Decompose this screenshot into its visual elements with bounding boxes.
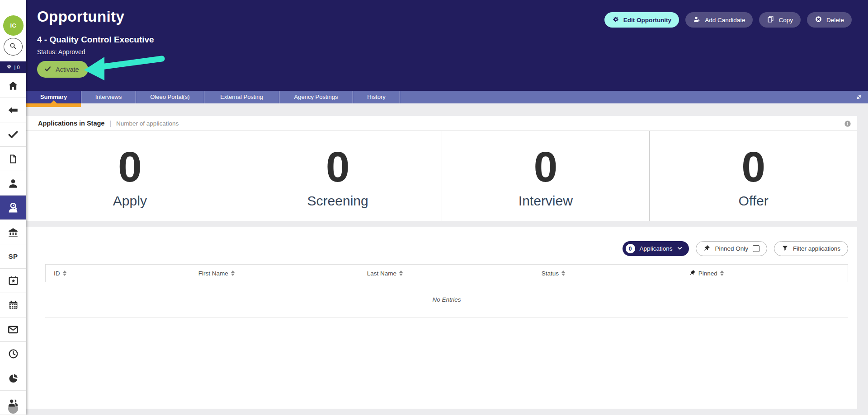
activate-button[interactable]: Activate	[37, 61, 88, 78]
tab-summary[interactable]: Summary	[26, 91, 81, 103]
tab-external-posting-label: External Posting	[220, 93, 263, 100]
sidebar-menu: SP	[0, 73, 26, 415]
delete-button[interactable]: Delete	[807, 12, 852, 28]
tab-interviews[interactable]: Interviews	[81, 91, 136, 103]
sort-arrows-icon	[720, 270, 724, 276]
stat-offer: 0 Offer	[649, 131, 857, 221]
filter-icon	[782, 245, 788, 253]
tab-interviews-label: Interviews	[95, 93, 122, 100]
table-header-row: ID First Name Last Name Status Pi	[45, 264, 848, 282]
pinned-only-toggle[interactable]: Pinned Only	[696, 241, 767, 256]
column-pinned-label: Pinned	[698, 270, 717, 277]
opportunity-name: 4 - Quality Control Executive	[37, 35, 154, 45]
column-header-pinned[interactable]: Pinned	[637, 265, 775, 282]
sidebar-item-history[interactable]	[0, 342, 26, 366]
sidebar-item-events[interactable]	[0, 269, 26, 293]
column-header-spacer	[775, 265, 848, 282]
tab-oleeo-portals[interactable]: Oleeo Portal(s)	[136, 91, 204, 103]
sidebar-item-candidate-search[interactable]	[0, 196, 26, 220]
status-text: Status: Approved	[37, 48, 85, 56]
sidebar-counter-label: | 0	[14, 65, 19, 70]
annotation-arrow	[80, 51, 170, 83]
page-title: Opportunity	[37, 8, 124, 25]
applications-count-badge: 0	[626, 244, 635, 253]
sidebar-item-reports[interactable]	[0, 366, 26, 391]
people-icon	[7, 397, 19, 409]
sidebar-item-home[interactable]	[0, 74, 26, 98]
sort-arrows-icon	[63, 270, 66, 276]
table-empty-row: No Entries	[45, 282, 848, 317]
sort-arrows-icon	[561, 270, 565, 276]
column-status-label: Status	[542, 270, 559, 277]
sidebar-item-messages[interactable]	[0, 317, 26, 342]
stat-screening: 0 Screening	[234, 131, 442, 221]
sidebar-item-documents[interactable]	[0, 147, 26, 171]
column-id-label: ID	[54, 270, 60, 277]
search-icon	[9, 42, 17, 52]
pinned-only-checkbox[interactable]	[753, 245, 760, 252]
applications-table: ID First Name Last Name Status Pi	[45, 264, 848, 317]
stat-interview-label: Interview	[519, 193, 573, 209]
sidebar-item-sp[interactable]: SP	[0, 244, 26, 269]
applications-dropdown-label: Applications	[640, 245, 673, 252]
column-header-id[interactable]: ID	[46, 265, 132, 282]
header-actions: Edit Opportunity Add Candidate Copy Dele…	[604, 12, 852, 28]
stage-panel-title: Applications in Stage	[38, 120, 104, 127]
column-first-name-label: First Name	[198, 270, 228, 277]
home-icon	[7, 80, 19, 92]
sidebar-search-button[interactable]	[4, 38, 23, 56]
stat-apply-label: Apply	[113, 193, 147, 209]
tab-summary-label: Summary	[40, 93, 67, 100]
applications-toolbar: 0 Applications Pinned Only Filter applic…	[623, 241, 848, 256]
applications-dropdown[interactable]: 0 Applications	[623, 241, 689, 256]
tab-agency-postings[interactable]: Agency Postings	[279, 91, 353, 103]
person-add-icon	[693, 15, 701, 24]
stat-apply: 0 Apply	[26, 131, 234, 221]
tab-history-label: History	[367, 93, 385, 100]
column-header-status[interactable]: Status	[469, 265, 638, 282]
sidebar-item-calendar[interactable]	[0, 293, 26, 317]
sidebar-item-back[interactable]	[0, 98, 26, 122]
sp-label: SP	[8, 252, 18, 260]
sidebar: IC | 0	[0, 0, 26, 415]
bank-icon	[7, 226, 19, 238]
check-icon	[44, 65, 51, 74]
document-icon	[8, 154, 19, 164]
sidebar-settings-counter[interactable]: | 0	[0, 61, 26, 73]
stat-interview: 0 Interview	[442, 131, 650, 221]
tab-history[interactable]: History	[353, 91, 400, 103]
copy-label: Copy	[778, 17, 793, 23]
stat-offer-value: 0	[741, 146, 765, 187]
copy-button[interactable]: Copy	[759, 12, 801, 28]
sidebar-item-tasks[interactable]	[0, 122, 26, 147]
sort-arrows-icon	[231, 270, 235, 276]
delete-x-icon	[815, 15, 822, 24]
tab-external-posting[interactable]: External Posting	[204, 91, 279, 103]
stage-header-band: Applications in Stage | Number of applic…	[26, 116, 857, 131]
info-button[interactable]	[844, 120, 851, 127]
sort-arrows-icon	[399, 270, 403, 276]
stat-offer-label: Offer	[739, 193, 769, 209]
sidebar-item-people[interactable]	[0, 391, 26, 415]
envelope-icon	[7, 324, 19, 336]
stat-interview-value: 0	[533, 146, 557, 187]
check-icon	[7, 129, 19, 140]
expand-button[interactable]	[854, 93, 863, 102]
edit-opportunity-button[interactable]: Edit Opportunity	[604, 12, 679, 28]
tab-agency-postings-label: Agency Postings	[294, 93, 338, 100]
filter-applications-button[interactable]: Filter applications	[774, 241, 848, 256]
add-candidate-label: Add Candidate	[705, 17, 745, 23]
column-header-first-name[interactable]: First Name	[132, 265, 301, 282]
sidebar-item-contacts[interactable]	[0, 171, 26, 196]
gear-icon	[612, 16, 619, 24]
clock-icon	[8, 348, 19, 359]
tab-bar: Summary Interviews Oleeo Portal(s) Exter…	[26, 91, 868, 103]
add-candidate-button[interactable]: Add Candidate	[685, 12, 753, 28]
column-header-last-name[interactable]: Last Name	[301, 265, 469, 282]
empty-state-text: No Entries	[432, 296, 461, 303]
chevron-down-icon	[677, 245, 683, 252]
stat-apply-value: 0	[118, 146, 142, 187]
sidebar-item-organisation[interactable]	[0, 220, 26, 244]
copy-icon	[767, 15, 774, 24]
avatar[interactable]: IC	[3, 15, 24, 36]
